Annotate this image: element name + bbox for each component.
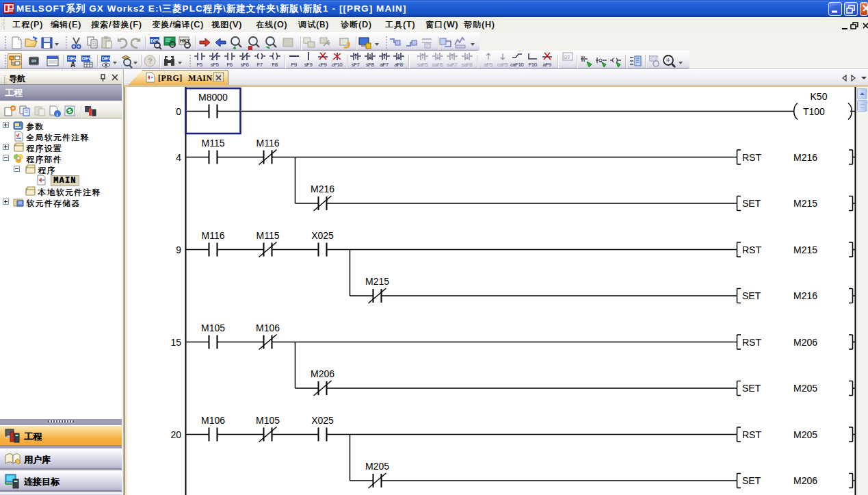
svg-text:M215: M215 [365,276,389,287]
svg-text:M115: M115 [257,230,280,241]
svg-text:DEV: DEV [102,56,111,61]
svg-text:M8000: M8000 [198,92,228,103]
svg-text:M205: M205 [793,383,817,394]
svg-text:M115: M115 [202,138,225,149]
svg-text:X025: X025 [311,230,334,241]
svg-text:M216: M216 [793,290,817,301]
svg-text:9: 9 [176,244,181,255]
svg-text:15: 15 [170,337,181,348]
svg-text:20: 20 [170,429,181,440]
svg-text:M216: M216 [793,152,817,163]
svg-text:A: A [70,61,75,68]
svg-text:RST: RST [742,337,761,348]
svg-text:?: ? [148,57,153,65]
svg-text:M206: M206 [311,368,334,379]
svg-text:RST: RST [742,152,761,163]
svg-text:SET: SET [742,383,761,394]
svg-text:M105: M105 [201,322,225,333]
svg-text:M206: M206 [793,337,817,348]
svg-text:M206: M206 [793,475,817,486]
svg-text:ST: ST [564,54,570,60]
svg-text:SET: SET [742,198,761,209]
svg-text:K50: K50 [811,91,828,102]
svg-text:X025: X025 [311,415,334,426]
svg-text:M116: M116 [257,138,280,149]
svg-text:M116: M116 [202,230,225,241]
svg-text:M205: M205 [793,429,817,440]
svg-text:0: 0 [176,106,181,117]
svg-text:M105: M105 [256,415,280,426]
svg-text:M106: M106 [256,322,280,333]
svg-text:DEV: DEV [82,56,92,61]
svg-text:DEV: DEV [68,56,77,61]
svg-text:RST: RST [742,244,761,255]
svg-text:i: i [57,112,58,118]
svg-text:DEV: DEV [650,56,659,61]
svg-text:SET: SET [742,290,761,301]
svg-text:RST: RST [742,429,761,440]
svg-text:SET: SET [742,475,761,486]
svg-text:M215: M215 [793,244,817,255]
svg-text:M205: M205 [365,461,389,472]
svg-text:T100: T100 [803,106,825,117]
svg-text:M106: M106 [201,415,225,426]
svg-text:4: 4 [176,152,181,163]
svg-text:M215: M215 [793,198,817,209]
svg-text:M216: M216 [311,183,334,194]
